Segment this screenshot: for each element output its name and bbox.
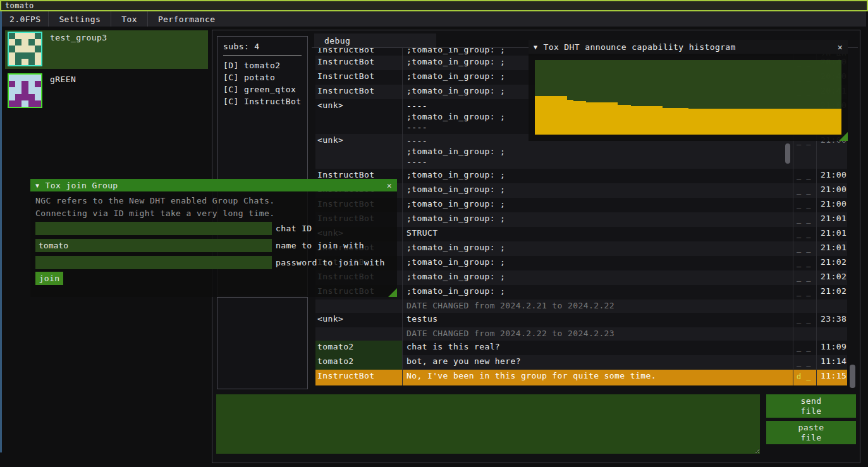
avatar-pixel (35, 87, 41, 94)
table-row[interactable]: DATE CHANGED from 2024.2.21 to 2024.2.22 (315, 300, 847, 313)
avatar-pixel (21, 33, 28, 39)
table-row[interactable]: DATE CHANGED from 2024.2.22 to 2024.2.23 (315, 327, 847, 341)
avatar-pixel (21, 59, 28, 65)
member-item[interactable]: [C] potato (223, 71, 302, 83)
avatar-pixel (15, 39, 21, 45)
histogram-bar (759, 109, 765, 135)
resize-grip-icon[interactable] (839, 132, 848, 141)
collapse-arrow-icon[interactable]: ▼ (534, 44, 537, 51)
table-row[interactable]: InstructBotNo, I've been in this group f… (315, 370, 847, 385)
avatar-pixel (15, 75, 21, 81)
avatar-pixel (28, 81, 35, 87)
message-flags: _ _ (793, 313, 817, 327)
message-timestamp: 21:01 (817, 212, 847, 227)
avatar-pixel (9, 39, 15, 45)
message-cell: bot, are you new here? (403, 355, 793, 370)
sender-name: tomato2 (315, 355, 403, 370)
histogram-bar (688, 109, 695, 135)
message-timestamp: 21:00 (817, 169, 847, 183)
avatar-pixel (9, 45, 15, 52)
join-group-dialog: ▼ Tox join Group ✕ NGC refers to the New… (30, 179, 397, 297)
message-cell: ;tomato_in_group: ; (403, 285, 793, 300)
member-item[interactable]: [C] green_qtox (223, 83, 302, 95)
avatar-pixel (28, 59, 35, 65)
message-flags: _ _ (793, 227, 817, 241)
histogram-bar (675, 108, 682, 135)
histogram-bar (631, 106, 637, 135)
chat-id-field[interactable] (35, 222, 272, 235)
message-timestamp: 21:02 (817, 285, 847, 300)
avatar-pixel (21, 39, 28, 45)
message-flags: _ _ (793, 355, 817, 370)
message-input[interactable] (216, 394, 760, 454)
app-root: tomato 2.0FPS SettingsToxPerformance tes… (0, 0, 868, 467)
avatar-pixel (15, 45, 21, 52)
avatar-pixel (28, 75, 35, 81)
histogram-bar (720, 109, 726, 135)
close-icon[interactable]: ✕ (387, 181, 392, 190)
histogram-bar (663, 108, 669, 135)
sender-name: <unk> (315, 99, 403, 134)
resize-grip-icon[interactable] (388, 288, 397, 297)
avatar-pixel (9, 59, 15, 65)
fps-counter: 2.0FPS (2, 11, 49, 27)
collapse-arrow-icon[interactable]: ▼ (35, 182, 39, 189)
histogram-bar (707, 109, 714, 135)
join-password-field[interactable] (35, 256, 272, 269)
message-timestamp: 11:14 (817, 355, 847, 370)
message-cell: ;tomato_in_group: ; (403, 256, 793, 270)
group-row-test_group3[interactable]: test_group3 (5, 30, 208, 69)
message-timestamp (817, 327, 847, 341)
histogram-bar (554, 96, 560, 135)
histogram-bar (580, 101, 586, 135)
avatar-pixel (35, 94, 41, 100)
avatar-pixel (9, 52, 15, 59)
sender-name: <unk> (315, 313, 403, 327)
close-icon[interactable]: ✕ (838, 42, 843, 52)
menu-item-performance[interactable]: Performance (148, 11, 226, 27)
side-empty-panel (217, 297, 308, 389)
join-info-line2: Connecting via ID might take a very long… (35, 209, 274, 218)
histogram-bar (682, 108, 688, 135)
sender-name: tomato2 (315, 341, 403, 355)
table-row[interactable]: tomato2chat is this real?_ _11:09 (315, 341, 847, 355)
paste-file-button[interactable]: paste file (766, 421, 856, 444)
message-flags: _ _ (793, 198, 817, 212)
join-button[interactable]: join (35, 272, 63, 285)
member-item[interactable]: [C] InstructBot (223, 95, 302, 107)
join-password-label: password to join with (276, 258, 385, 267)
member-item[interactable]: [D] tomato2 (223, 59, 302, 71)
message-cell: No, I've been in this group for quite so… (403, 370, 793, 385)
group-row-gREEN[interactable]: gREEN (5, 72, 208, 107)
histogram-bar (618, 105, 624, 135)
tab-debug[interactable]: debug (314, 33, 436, 47)
send-file-line2: file (801, 406, 822, 416)
menu-item-tox[interactable]: Tox (111, 11, 148, 27)
chat-id-label: chat ID (276, 224, 312, 233)
send-file-button[interactable]: send file (766, 394, 856, 418)
message-mini-scrollbar[interactable] (785, 143, 790, 164)
message-timestamp: 21:00 (817, 198, 847, 212)
window-frame-right (0, 0, 2, 452)
menu-item-settings[interactable]: Settings (49, 11, 111, 27)
histogram-bar (586, 102, 592, 135)
table-row[interactable]: <unk>testus_ _23:38 (315, 313, 847, 327)
message-timestamp: 11:15 (817, 370, 847, 385)
avatar-pixel (15, 87, 21, 94)
avatar-pixel (9, 94, 15, 100)
table-row[interactable]: tomato2bot, are you new here?_ _11:14 (315, 355, 847, 370)
histogram-bar (746, 109, 752, 135)
dht-histogram-plot (535, 60, 841, 135)
chat-scrollbar[interactable] (850, 365, 855, 388)
avatar-pixel (35, 33, 41, 39)
join-group-titlebar[interactable]: ▼ Tox join Group ✕ (30, 179, 397, 191)
dht-histogram-titlebar[interactable]: ▼ Tox DHT announce capability histogram … (529, 40, 848, 54)
message-cell: ;tomato_in_group: ; (403, 270, 793, 285)
avatar-pixel (35, 59, 41, 65)
avatar-pixel (28, 52, 35, 59)
join-name-field[interactable] (35, 239, 272, 252)
join-group-title: Tox join Group (45, 181, 118, 190)
avatar-pixel (28, 94, 35, 100)
sender-name: InstructBot (315, 56, 403, 70)
avatar-pixel (15, 100, 21, 107)
